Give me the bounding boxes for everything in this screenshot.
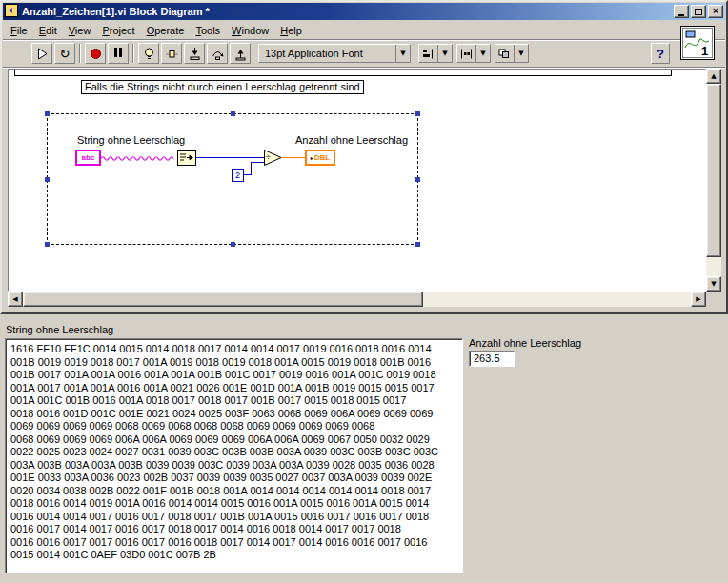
vi-icon-graphic: 1: [682, 28, 713, 58]
menu-item-tools[interactable]: Tools: [190, 23, 226, 38]
hex-line: 001A 001C 001B 0016 001A 0018 0017 0018 …: [10, 394, 458, 408]
svg-text:1: 1: [701, 44, 708, 58]
v-scrollbar[interactable]: ▲ ▼: [706, 69, 721, 292]
hex-line: 003A 003B 003A 003A 003B 0039 0039 003C …: [10, 459, 458, 472]
scroll-left-button[interactable]: ◀: [8, 292, 23, 307]
menu-item-edit[interactable]: Edit: [33, 23, 63, 38]
string-terminal-text: abc: [82, 153, 95, 162]
hex-line: 0015 0014 001C 0AEF 03D0 001C 007B 2B: [10, 549, 458, 562]
scroll-up-icon: ▲: [711, 73, 716, 80]
scrollbar-corner: [706, 292, 721, 307]
numeric-indicator-label: Anzahl ohne Leerschlag: [469, 337, 581, 349]
h-scroll-thumb[interactable]: [23, 292, 423, 307]
menu-item-file[interactable]: File: [5, 23, 33, 38]
h-scrollbar[interactable]: ◀ ▶: [8, 292, 706, 307]
highlight-execution-button[interactable]: [138, 43, 159, 64]
result-wire[interactable]: [281, 157, 305, 158]
scroll-up-button[interactable]: ▲: [706, 69, 721, 84]
distribute-objects-icon: [460, 49, 473, 59]
step-over-button[interactable]: [207, 43, 228, 64]
dbl-indicator-terminal[interactable]: ▸ DBL: [305, 150, 335, 166]
selection-handle[interactable]: [415, 111, 420, 116]
hex-line: 1616 FF10 FF1C 0014 0015 0014 0018 0017 …: [10, 343, 458, 356]
selection-handle[interactable]: [45, 177, 50, 182]
lightbulb-icon: [142, 47, 156, 61]
scroll-down-button[interactable]: ▼: [706, 276, 721, 292]
abort-button[interactable]: [85, 43, 106, 64]
structure-frame-line: [671, 70, 672, 75]
selection-handle[interactable]: [415, 242, 420, 247]
string-length-node[interactable]: [177, 150, 196, 166]
constant-wire[interactable]: [251, 162, 264, 163]
selection-handle[interactable]: [231, 111, 235, 116]
toolbar-separator: [79, 44, 81, 63]
structure-frame-line: [14, 75, 672, 76]
menu-item-operate[interactable]: Operate: [141, 23, 191, 38]
scroll-right-icon: ▶: [696, 296, 700, 303]
scroll-right-button[interactable]: ▶: [691, 292, 706, 307]
string-control-terminal[interactable]: abc: [75, 150, 101, 166]
selection-handle[interactable]: [45, 242, 50, 247]
selection-handle[interactable]: [231, 242, 235, 247]
maximize-button[interactable]: [691, 5, 706, 18]
distribute-objects-dropdown[interactable]: ▼: [456, 44, 491, 63]
string-display[interactable]: 1616 FF10 FF1C 0014 0015 0014 0018 0017 …: [5, 338, 463, 573]
reorder-objects-icon: [498, 49, 511, 59]
v-scroll-thumb[interactable]: [706, 84, 721, 257]
hex-line: 0018 0016 001D 001C 001E 0021 0024 0025 …: [10, 408, 458, 421]
selection-handle[interactable]: [415, 177, 420, 182]
reorder-objects-dropdown[interactable]: ▼: [495, 44, 529, 63]
pause-icon: [113, 48, 123, 59]
step-into-button[interactable]: [184, 43, 205, 64]
string-control-label[interactable]: String ohne Leerschlag: [77, 134, 185, 146]
chevron-down-icon: ▼: [475, 45, 490, 62]
hex-line: 0020 0034 0038 002B 0022 001F 001B 0018 …: [10, 485, 458, 498]
string-wire[interactable]: [101, 153, 177, 165]
hex-line: 001B 0019 0019 0018 0017 001A 0019 0018 …: [10, 356, 458, 370]
structure-comment[interactable]: Falls die Strings nicht durch einen Leer…: [81, 80, 364, 94]
menu-item-view[interactable]: View: [63, 23, 97, 38]
align-objects-dropdown[interactable]: ▼: [418, 44, 453, 63]
minimize-icon: [678, 14, 684, 16]
retain-wire-values-icon: [165, 47, 179, 61]
numeric-wire[interactable]: [196, 157, 264, 158]
run-icon: [35, 47, 50, 61]
run-button[interactable]: [31, 43, 52, 64]
run-continuous-button[interactable]: ↻: [54, 43, 75, 64]
close-button[interactable]: ×: [708, 5, 723, 18]
help-button[interactable]: ?: [651, 43, 670, 64]
vi-icon[interactable]: 1: [680, 26, 715, 60]
menu-item-help[interactable]: Help: [274, 23, 308, 38]
step-out-button[interactable]: [230, 43, 251, 64]
selection-handle[interactable]: [45, 111, 50, 116]
divide-constant[interactable]: 2: [232, 169, 244, 182]
hex-line: 0022 0025 0023 0024 0027 0031 0039 003C …: [10, 446, 458, 459]
constant-wire[interactable]: [251, 162, 252, 175]
divide-node[interactable]: ÷: [264, 150, 282, 166]
hex-line: 0018 0016 0014 0019 001A 0016 0014 0014 …: [10, 497, 458, 511]
hex-line: 001B 0017 001A 001A 0016 001A 001A 001B …: [10, 369, 458, 382]
run-continuous-icon: ↻: [60, 47, 71, 61]
divide-symbol: ÷: [266, 151, 271, 164]
indicator-arrow-icon: ▸: [311, 154, 313, 161]
font-selector[interactable]: 13pt Application Font ▼: [258, 44, 411, 63]
close-icon: ×: [713, 7, 718, 16]
title-bar[interactable]: Anzahl_Zeichen[1].vi Block Diagram * ×: [3, 3, 725, 20]
window-title: Anzahl_Zeichen[1].vi Block Diagram *: [22, 6, 672, 17]
hex-line: 0068 0069 0069 0069 006A 006A 0069 0069 …: [10, 433, 458, 447]
minimize-button[interactable]: [674, 5, 689, 18]
pause-button[interactable]: [108, 43, 129, 64]
structure-frame-line: [14, 70, 15, 75]
retain-wire-values-button[interactable]: [161, 43, 182, 64]
step-into-icon: [188, 47, 202, 61]
numeric-indicator-value[interactable]: 263.5: [469, 351, 515, 367]
chevron-down-icon: ▼: [395, 45, 410, 62]
abort-icon: [91, 49, 101, 59]
hex-line: 0016 0016 0017 0017 0016 0017 0016 0018 …: [10, 536, 458, 550]
labview-app-icon[interactable]: [5, 4, 18, 19]
menu-item-window[interactable]: Window: [226, 23, 274, 38]
indicator-label[interactable]: Anzahl ohne Leerschlag: [295, 134, 408, 146]
menu-item-project[interactable]: Project: [96, 23, 140, 38]
diagram-canvas[interactable]: Falls die Strings nicht durch einen Leer…: [8, 69, 706, 292]
hex-line: 001A 0017 001A 001A 0016 001A 0021 0026 …: [10, 382, 458, 395]
